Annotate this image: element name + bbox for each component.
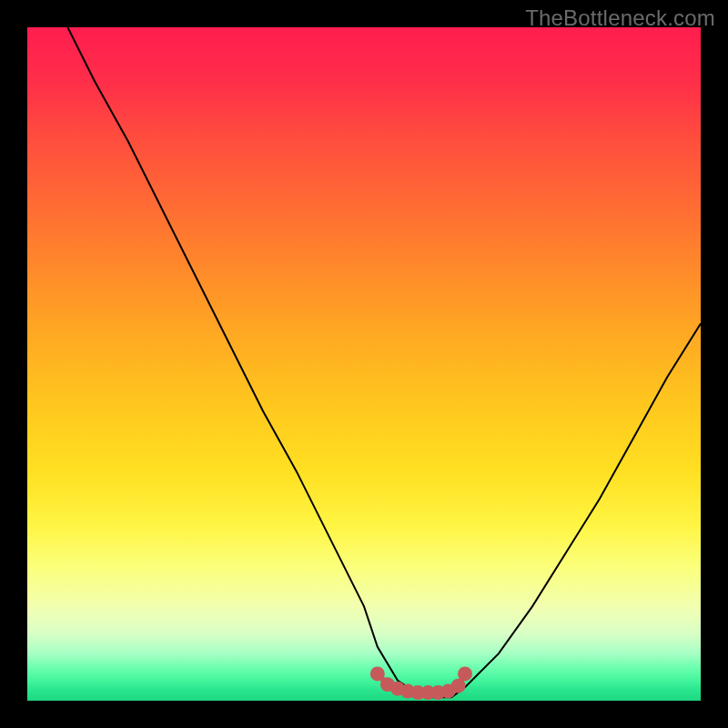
bottleneck-curve-path <box>67 27 701 697</box>
optimal-range-dot <box>460 669 470 678</box>
bottleneck-curve <box>67 27 701 697</box>
optimal-range-dot <box>373 669 382 678</box>
watermark-text: TheBottleneck.com <box>525 5 715 31</box>
plot-area <box>27 27 701 701</box>
curve-layer <box>27 27 701 701</box>
optimal-range-marker <box>373 669 470 697</box>
optimal-range-dot <box>454 682 463 691</box>
chart-frame: TheBottleneck.com <box>0 0 728 728</box>
